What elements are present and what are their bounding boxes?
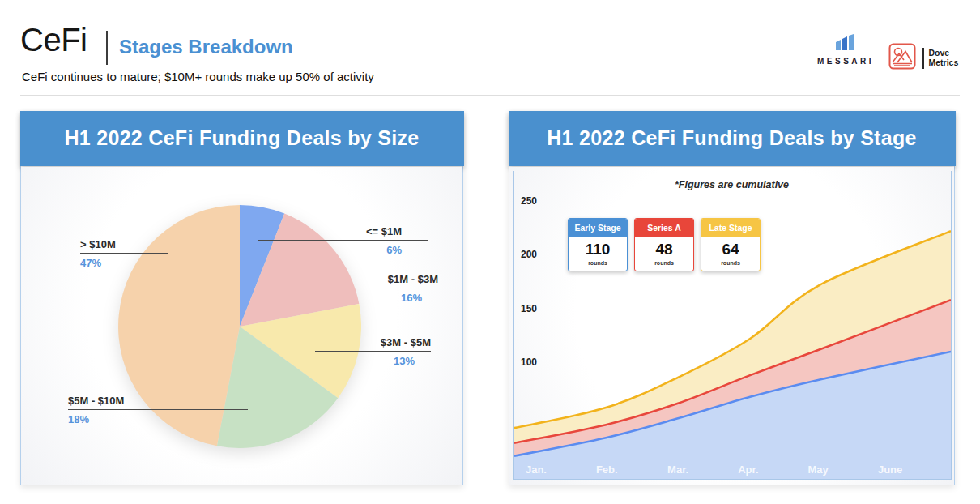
stat-card-late-stage: Late Stage 64 rounds [701,218,761,271]
stat-card-unit: rounds [569,258,627,271]
pie-slice-percent: 16% [339,292,438,304]
messari-wordmark: MESSARI [812,57,879,66]
dove-logo-divider [922,48,924,69]
stat-card-value: 110 [569,237,627,258]
dove-word-line1: Dove [929,49,959,58]
y-tick-150: 150 [521,303,537,314]
pie-slice-percent: 6% [258,244,428,256]
stat-card-label: Series A [635,219,693,237]
pie-slice-percent: 13% [315,355,431,367]
stacked-area-chart [514,171,951,479]
stat-card-label: Early Stage [569,219,627,237]
stat-card-series-a: Series A 48 rounds [634,218,694,271]
pie-leader-line [68,409,248,410]
slide-canvas: CeFi Stages Breakdown CeFi continues to … [0,0,980,504]
dove-metrics-icon [888,43,916,73]
stage-legend-cards: Early Stage 110 rounds Series A 48 round… [568,218,761,271]
pie-callout-1m-3m: $1M - $3M 16% [339,273,438,304]
pie-leader-line [315,351,431,352]
stat-card-unit: rounds [701,258,760,271]
dove-metrics-logo: Dove Metrics [888,43,958,73]
pie-card: H1 2022 CeFi Funding Deals by Size <= $1… [20,111,463,485]
y-tick-100: 100 [521,357,537,368]
page-subtitle: CeFi continues to mature; $10M+ rounds m… [22,70,374,83]
pie-slice-label: <= $1M [258,225,428,237]
pie-callout-gt-10m: > $10M 47% [80,238,168,269]
pie-card-title: H1 2022 CeFi Funding Deals by Size [64,126,419,150]
pie-callout-3m-5m: $3M - $5M 13% [315,336,431,367]
pie-slice-percent: 18% [68,413,248,425]
stat-card-label: Late Stage [701,219,760,237]
pie-chart [21,167,462,485]
stat-card-unit: rounds [635,258,693,271]
stat-card-value: 64 [701,237,760,258]
x-tick-Feb: Feb. [582,463,631,476]
y-tick-200: 200 [521,249,537,260]
x-tick-May: May [794,463,842,476]
header-rule [20,95,960,96]
pie-slice-label: $5M - $10M [68,395,248,407]
page-title: Stages Breakdown [119,36,293,58]
x-tick-Apr: Apr. [724,463,773,476]
pie-leader-line [258,240,428,241]
pie-leader-line [80,253,168,254]
pie-callout-lte-1m: <= $1M 6% [258,225,428,256]
pie-card-header: H1 2022 CeFi Funding Deals by Size [20,111,464,166]
area-card-header: H1 2022 CeFi Funding Deals by Stage [509,111,956,166]
dove-metrics-wordmark: Dove Metrics [929,49,959,67]
area-card: H1 2022 CeFi Funding Deals by Stage *Fig… [509,111,955,485]
header-divider [106,31,108,65]
dove-word-line2: Metrics [929,58,959,68]
pie-slice-label: > $10M [80,238,168,250]
messari-logo: MESSARI [812,34,879,66]
pie-slice-label: $1M - $3M [339,273,438,285]
messari-bars-icon [836,34,855,53]
pie-callout-5m-10m: $5M - $10M 18% [68,395,248,425]
pie-leader-line [339,288,438,288]
stat-card-early-stage: Early Stage 110 rounds [568,218,628,271]
pie-slice-label: $3M - $5M [315,336,431,348]
pie-card-body: <= $1M 6% $1M - $3M 16% $3M - $5M 13% $5… [21,167,462,485]
stat-card-value: 48 [635,237,693,258]
area-card-title: H1 2022 CeFi Funding Deals by Stage [547,126,916,150]
area-card-body: *Figures are cumulative Jan.Feb.Mar.Apr.… [509,167,954,485]
y-tick-250: 250 [521,195,537,207]
cefi-logo: CeFi [20,22,87,58]
x-tick-Mar: Mar. [654,463,702,476]
pie-slice-percent: 47% [80,257,168,269]
x-tick-Jan: Jan. [512,463,560,476]
x-tick-June: June [866,463,914,476]
